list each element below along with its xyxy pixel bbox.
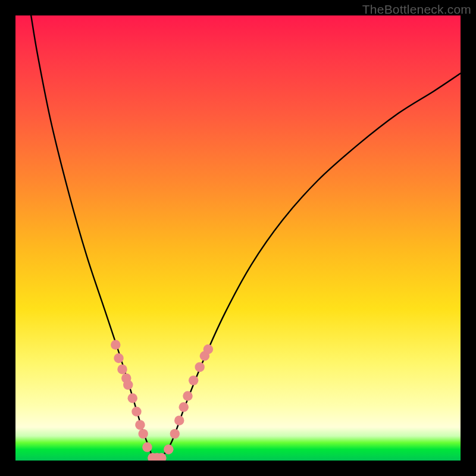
marker-dot bbox=[164, 444, 173, 454]
marker-dot bbox=[142, 442, 152, 452]
marker-dot bbox=[195, 362, 204, 372]
watermark-text: TheBottleneck.com bbox=[362, 2, 471, 17]
marker-dot bbox=[127, 393, 137, 403]
marker-dot bbox=[114, 353, 123, 363]
marker-dot bbox=[189, 375, 198, 385]
curve-line bbox=[31, 15, 461, 460]
marker-dot bbox=[111, 340, 120, 349]
marker-dot bbox=[174, 415, 184, 425]
marker-dot bbox=[123, 380, 133, 390]
marker-dot bbox=[203, 345, 213, 354]
marker-dot bbox=[170, 429, 180, 439]
chart-frame: TheBottleneck.com bbox=[0, 0, 476, 476]
marker-dot bbox=[183, 391, 192, 400]
marker-dot bbox=[179, 402, 189, 412]
chart-plot-area bbox=[15, 15, 461, 461]
chart-svg bbox=[15, 15, 461, 461]
marker-dots bbox=[111, 340, 213, 461]
marker-dot bbox=[138, 429, 148, 439]
marker-dot bbox=[131, 406, 141, 416]
marker-dot bbox=[135, 420, 145, 430]
marker-dot bbox=[117, 364, 127, 374]
